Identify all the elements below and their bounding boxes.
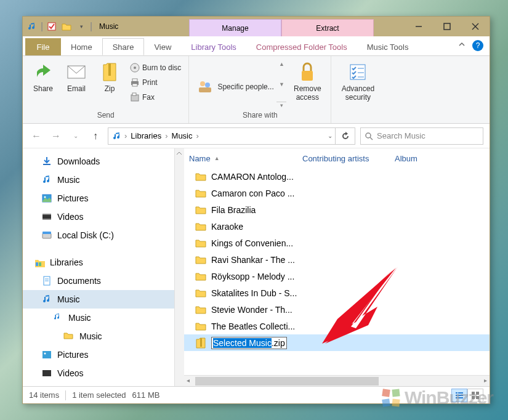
tree-scrollbar[interactable] bbox=[174, 148, 184, 386]
gallery-down-icon[interactable]: ▼ bbox=[276, 81, 286, 87]
tree-item-music[interactable]: Music bbox=[23, 171, 184, 189]
qat-divider: | bbox=[40, 20, 44, 33]
manage-context-tab[interactable]: Manage bbox=[189, 19, 281, 36]
downloads-icon bbox=[41, 156, 52, 167]
ribbon-tabs: File Home Share View Library Tools Compr… bbox=[23, 36, 490, 56]
maximize-button[interactable] bbox=[433, 17, 461, 36]
scrollbar-thumb[interactable] bbox=[195, 377, 379, 386]
rename-input[interactable]: Selected Music.zip bbox=[211, 337, 287, 349]
share-tab[interactable]: Share bbox=[102, 38, 145, 55]
recent-locations-icon[interactable]: ⌄ bbox=[68, 129, 83, 143]
list-item[interactable]: Fila Brazilia bbox=[184, 201, 490, 218]
zip-button[interactable]: Zip bbox=[94, 59, 125, 111]
scroll-left-icon[interactable]: ◂ bbox=[187, 377, 190, 384]
email-icon bbox=[67, 62, 86, 82]
tree-item-music-lib[interactable]: Music bbox=[23, 290, 184, 309]
horizontal-scrollbar[interactable]: ◂ ▸ bbox=[184, 375, 490, 386]
scroll-up-icon[interactable] bbox=[176, 150, 182, 156]
tree-item-music-sub2[interactable]: Music bbox=[23, 327, 184, 345]
list-item[interactable]: Camaron con Paco ... bbox=[184, 185, 490, 201]
up-button[interactable]: ↑ bbox=[88, 129, 103, 143]
crumb-music[interactable]: Music bbox=[171, 131, 194, 140]
refresh-button[interactable] bbox=[336, 127, 355, 145]
print-button[interactable]: Print bbox=[127, 76, 183, 89]
documents-icon bbox=[41, 275, 52, 286]
close-button[interactable] bbox=[461, 17, 490, 36]
status-size: 611 MB bbox=[132, 390, 160, 400]
crumb-libraries[interactable]: Libraries bbox=[129, 131, 163, 140]
svg-point-22 bbox=[366, 133, 371, 138]
checklist-icon bbox=[348, 62, 368, 82]
list-item[interactable]: Ravi Shankar - The ... bbox=[184, 251, 490, 268]
library-tools-tab[interactable]: Library Tools bbox=[181, 38, 246, 55]
music-tools-tab[interactable]: Music Tools bbox=[357, 38, 419, 55]
svg-rect-11 bbox=[132, 84, 137, 86]
list-item[interactable]: Röyksopp - Melody ... bbox=[184, 268, 490, 285]
list-item[interactable]: The Beatles Collecti... bbox=[184, 318, 490, 334]
tree-item-videos-lib[interactable]: Videos bbox=[23, 364, 184, 382]
gallery-more-icon[interactable]: ▾ bbox=[276, 102, 286, 108]
address-dropdown-icon[interactable]: ⌄ bbox=[328, 132, 333, 139]
tree-item-documents-lib[interactable]: Documents bbox=[23, 272, 184, 290]
specific-people-button[interactable]: Specific people... bbox=[194, 59, 274, 111]
list-item[interactable]: Karaoke bbox=[184, 218, 490, 235]
share-button[interactable]: Share bbox=[28, 59, 58, 111]
email-button[interactable]: Email bbox=[61, 59, 92, 111]
file-tab[interactable]: File bbox=[25, 38, 61, 55]
file-list[interactable]: CAMARON Antolog... Camaron con Paco ... … bbox=[184, 168, 490, 375]
videos-icon bbox=[41, 211, 52, 222]
col-contrib-header[interactable]: Contributing artists bbox=[302, 154, 395, 163]
folder-icon bbox=[195, 288, 206, 299]
burn-button[interactable]: Burn to disc bbox=[127, 61, 183, 75]
collapse-ribbon-icon[interactable] bbox=[458, 40, 466, 49]
list-item[interactable]: CAMARON Antolog... bbox=[184, 168, 490, 185]
svg-rect-37 bbox=[42, 351, 51, 358]
music-lib-icon bbox=[41, 294, 52, 305]
tree-item-downloads[interactable]: Downloads bbox=[23, 152, 184, 171]
root-chevron-icon[interactable]: › bbox=[124, 131, 127, 140]
folder-icon bbox=[195, 204, 206, 216]
list-item[interactable]: Stevie Wonder - Th... bbox=[184, 301, 490, 318]
advanced-security-button[interactable]: Advanced security bbox=[336, 59, 379, 119]
properties-icon[interactable] bbox=[45, 20, 58, 33]
tree-item-pictures-lib[interactable]: Pictures bbox=[23, 345, 184, 364]
breadcrumb[interactable]: › Libraries › Music › ⌄ bbox=[108, 127, 336, 145]
minimize-button[interactable] bbox=[405, 17, 433, 36]
tree-item-localdisk[interactable]: Local Disk (C:) bbox=[23, 226, 184, 244]
svg-rect-29 bbox=[42, 219, 51, 220]
col-album-header[interactable]: Album bbox=[395, 154, 490, 163]
tree-item-pictures[interactable]: Pictures bbox=[23, 189, 184, 208]
forward-button[interactable]: → bbox=[49, 129, 63, 143]
tree-item-music-sub1[interactable]: Music bbox=[23, 309, 184, 327]
col-name-header[interactable]: Name▲ bbox=[189, 154, 302, 163]
list-item-editing[interactable]: Selected Music.zip bbox=[184, 334, 490, 351]
scroll-right-icon[interactable]: ▸ bbox=[484, 377, 487, 384]
qat-dropdown-icon[interactable]: ▾ bbox=[75, 20, 88, 33]
crumb-sep-2[interactable]: › bbox=[196, 131, 199, 140]
remove-access-button[interactable]: Remove access bbox=[289, 59, 326, 111]
tree-item-videos[interactable]: Videos bbox=[23, 208, 184, 226]
gallery-up-icon[interactable]: ▲ bbox=[276, 61, 286, 67]
home-tab[interactable]: Home bbox=[61, 38, 102, 55]
svg-rect-17 bbox=[302, 71, 313, 81]
folder-icon bbox=[195, 238, 206, 249]
contextual-tabs: Manage Extract bbox=[189, 17, 374, 36]
list-item[interactable]: Skatalites In Dub - S... bbox=[184, 285, 490, 301]
navigation-tree[interactable]: Downloads Music Pictures Videos Local Di… bbox=[23, 148, 184, 386]
app-icon[interactable] bbox=[25, 20, 39, 33]
back-button[interactable]: ← bbox=[29, 129, 44, 143]
svg-rect-16 bbox=[199, 87, 211, 92]
fax-button[interactable]: Fax bbox=[127, 91, 183, 104]
view-tab[interactable]: View bbox=[144, 38, 181, 55]
extract-context-tab[interactable]: Extract bbox=[281, 19, 374, 36]
music-icon bbox=[41, 174, 52, 185]
svg-line-23 bbox=[370, 137, 373, 140]
ribbon: Share Email Zip Burn to disc Print Fax S… bbox=[23, 56, 490, 124]
help-icon[interactable]: ? bbox=[472, 40, 483, 51]
new-folder-icon[interactable] bbox=[60, 20, 73, 33]
search-input[interactable]: Search Music bbox=[360, 127, 483, 145]
crumb-sep-1[interactable]: › bbox=[165, 131, 167, 140]
list-item[interactable]: Kings of Convenien... bbox=[184, 235, 490, 251]
compressed-tools-tab[interactable]: Compressed Folder Tools bbox=[246, 38, 357, 55]
tree-item-libraries[interactable]: Libraries bbox=[23, 253, 184, 272]
